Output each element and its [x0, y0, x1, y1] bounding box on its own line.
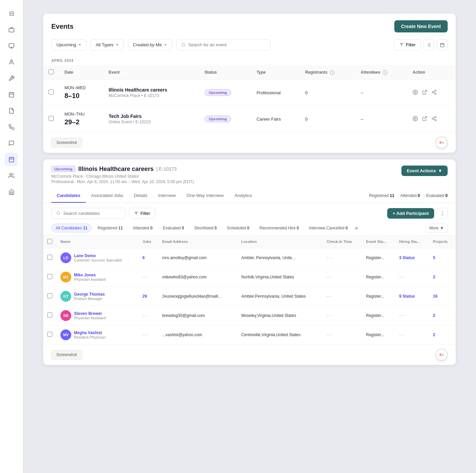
xplus-badge[interactable]: X+	[435, 136, 448, 149]
candidate-name[interactable]: Lane Demo	[74, 253, 122, 258]
candidate-projects[interactable]: 2	[429, 325, 456, 344]
candidate-name[interactable]: Mike Jones	[74, 273, 106, 277]
sidebar-calendar-icon[interactable]	[5, 88, 18, 101]
share-icon[interactable]	[431, 90, 437, 96]
svg-point-12	[182, 43, 185, 46]
share-icon[interactable]	[431, 116, 437, 122]
table-row: MON–WED 8–10 Illinois Healthcare careers…	[43, 80, 456, 106]
sidebar-person-icon[interactable]	[5, 55, 18, 69]
event-search-input[interactable]	[188, 42, 266, 47]
cand-tab-attended[interactable]: Attended 0	[129, 224, 157, 232]
created-filter[interactable]: Created by Me ▼	[128, 39, 172, 50]
create-new-event-button[interactable]: Create New Event	[394, 20, 448, 32]
sidebar-dashboard-icon[interactable]: ⊟	[5, 7, 18, 20]
candidate-jobs[interactable]: 29	[138, 287, 158, 306]
panel2-xplus-badge[interactable]: X+	[435, 349, 448, 361]
sidebar-briefcase-icon[interactable]	[5, 23, 18, 36]
tab-associated-jobs[interactable]: Associated Jobs	[86, 189, 129, 203]
candidate-event-status: Register...	[362, 325, 395, 344]
filter-button[interactable]: Filter	[394, 39, 421, 50]
attendees-info-icon[interactable]: i	[383, 70, 388, 75]
status-filter[interactable]: Upcoming ▼	[51, 39, 86, 50]
panel2-screenshot-badge[interactable]: Screenshot	[51, 350, 82, 359]
sidebar-team-icon[interactable]	[5, 169, 18, 182]
action-header: Action	[407, 65, 456, 80]
candidate-projects[interactable]: 2	[429, 267, 456, 287]
screenshot-badge[interactable]: Screenshot	[51, 138, 82, 147]
sidebar-document-icon[interactable]	[5, 104, 18, 118]
candidate-projects[interactable]: 16	[429, 287, 456, 306]
cand-tab-registered[interactable]: Registered 11	[93, 224, 127, 232]
candidate-location: Ambler,Pennsylvania, United States	[237, 287, 323, 306]
sidebar-org-icon[interactable]	[5, 185, 18, 199]
panel2-bottom-bar: Screenshot X+	[43, 344, 456, 365]
cand-row-checkbox[interactable]	[47, 313, 52, 318]
filter-icon	[399, 43, 404, 47]
event-actions-chevron: ▼	[438, 168, 442, 173]
candidate-projects[interactable]: 2	[429, 306, 456, 325]
month-label: APRIL 2024	[43, 56, 456, 65]
candidate-search-input[interactable]	[63, 211, 121, 216]
external-link-icon[interactable]	[422, 116, 427, 122]
cand-tab-evaluated[interactable]: Evaluated 0	[158, 224, 188, 232]
select-all-checkbox[interactable]	[49, 69, 54, 74]
cand-tab-recommended[interactable]: Recommended Hire 0	[255, 224, 303, 232]
svg-rect-1	[9, 44, 14, 47]
candidate-projects[interactable]: 5	[429, 248, 456, 267]
external-link-icon[interactable]	[422, 90, 427, 96]
event-search-box[interactable]	[176, 39, 271, 50]
cand-tab-interview-cancelled[interactable]: Interview Cancelled 0	[305, 224, 352, 232]
settings-icon[interactable]	[413, 116, 418, 122]
row-checkbox[interactable]	[49, 90, 54, 95]
settings-icon[interactable]	[413, 90, 418, 96]
type-filter[interactable]: All Types ▼	[90, 39, 124, 50]
cand-row-checkbox[interactable]	[47, 293, 52, 298]
row-checkbox[interactable]	[49, 116, 54, 121]
sidebar-monitor-icon[interactable]	[5, 39, 18, 53]
grid-view-button[interactable]	[437, 40, 448, 50]
sidebar-tools-icon[interactable]	[5, 72, 18, 85]
candidate-hiring-status[interactable]: 3 Status	[395, 248, 429, 267]
registrants-info-icon[interactable]: i	[330, 70, 335, 75]
tab-interview[interactable]: Interview	[153, 189, 181, 203]
cand-row-checkbox[interactable]	[47, 274, 52, 279]
cand-tab-scheduled[interactable]: Scheduled 0	[222, 224, 254, 232]
sidebar-events-icon[interactable]	[5, 153, 18, 166]
tabs-row: Candidates Associated Jobs Details Inter…	[43, 189, 456, 203]
candidate-filter-button[interactable]: Filter	[129, 208, 155, 219]
add-participant-button[interactable]: + Add Participant	[387, 208, 434, 219]
status-filter-chevron: ▼	[78, 43, 82, 47]
events-panel: Events Create New Event Upcoming ▼ All T…	[43, 14, 456, 153]
cand-row-checkbox[interactable]	[47, 255, 52, 260]
candidate-name[interactable]: Megha Vashist	[74, 330, 106, 335]
registrants-cell: 0	[300, 80, 355, 106]
candidate-hiring-status[interactable]: 9 Status	[395, 287, 429, 306]
sidebar-chat-icon[interactable]	[5, 136, 18, 150]
event-cell: Tech Job Fairs Online Event • E-10223	[103, 106, 199, 132]
candidate-name-cell: GT George Thomas Product Manager	[60, 291, 134, 302]
filter-icon	[134, 211, 138, 216]
candidate-checkin: – –	[323, 306, 362, 325]
list-view-button[interactable]	[423, 40, 434, 50]
candidate-jobs[interactable]: 6	[138, 248, 158, 267]
tab-candidates[interactable]: Candidates	[51, 189, 86, 203]
tab-details[interactable]: Details	[129, 189, 153, 203]
expand-tabs-button[interactable]: »	[355, 225, 358, 231]
candidate-search-box[interactable]	[51, 208, 126, 219]
cand-tab-all[interactable]: All Candidates 11	[51, 224, 92, 232]
cand-tab-shortlisted[interactable]: Shortlisted 0	[190, 224, 221, 232]
svg-point-27	[415, 92, 416, 93]
event-actions-button[interactable]: Event Actions ▼	[401, 166, 448, 176]
tab-one-way-interview[interactable]: One-Way Interview	[181, 189, 229, 203]
candidate-name[interactable]: George Thomas	[74, 292, 105, 297]
more-tabs-button[interactable]: More ▼	[426, 224, 448, 232]
tab-analytics[interactable]: Analytics	[229, 189, 258, 203]
cand-row-checkbox[interactable]	[47, 332, 52, 337]
candidate-name[interactable]: Steven Brewer	[74, 311, 106, 316]
candidate-role: Customer Success Specialist	[74, 258, 122, 262]
more-options-button[interactable]: ⋮	[437, 208, 448, 219]
select-all-cands-checkbox[interactable]	[47, 239, 52, 244]
sidebar-broadcast-icon[interactable]	[5, 120, 18, 134]
event-type-date: Professional · Mon, Apr 8, 2024, 11:00 a…	[51, 179, 194, 184]
panel1-bottom-bar: Screenshot X+	[43, 132, 456, 153]
